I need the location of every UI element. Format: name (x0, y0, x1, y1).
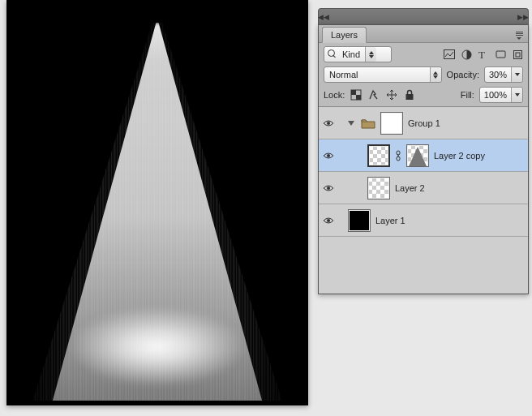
layer-name[interactable]: Group 1 (408, 118, 440, 128)
canvas-content (11, 5, 303, 401)
opacity-value: 30% (485, 70, 511, 79)
svg-rect-8 (356, 95, 361, 100)
visibility-toggle[interactable] (322, 182, 335, 195)
svg-rect-5 (516, 53, 520, 57)
layer-row-selected[interactable]: Layer 2 copy (319, 139, 528, 172)
layer-thumbnail[interactable] (367, 177, 390, 199)
dropdown-arrows-icon (365, 47, 376, 62)
blend-mode-dropdown[interactable]: Normal (324, 66, 442, 83)
svg-point-16 (327, 219, 330, 222)
lock-image-icon[interactable] (367, 88, 380, 101)
dropdown-arrow-icon (511, 67, 522, 82)
layer-row[interactable]: Layer 1 (319, 204, 528, 237)
panel-collapse-right-icon[interactable]: ▶▶ (518, 9, 528, 24)
svg-point-10 (327, 122, 330, 125)
lock-fill-row: Lock: Fill: 100% (324, 87, 523, 103)
layer-thumbnail[interactable] (406, 144, 429, 167)
tab-label: Layers (331, 30, 358, 40)
layer-row[interactable]: Layer 2 (319, 172, 528, 204)
lock-transparency-icon[interactable] (350, 88, 363, 101)
blend-mode-value: Normal (324, 70, 430, 79)
fill-field[interactable]: 100% (479, 87, 523, 103)
svg-rect-3 (496, 51, 505, 58)
filter-adjustment-icon[interactable] (461, 49, 472, 60)
svg-point-15 (327, 187, 330, 190)
filter-kind-label: Kind (337, 49, 365, 59)
lock-all-icon[interactable] (403, 88, 416, 101)
filter-shape-icon[interactable] (495, 49, 506, 60)
opacity-field[interactable]: 30% (484, 66, 523, 83)
visibility-toggle[interactable] (322, 117, 335, 130)
panel-tabs: Layers (319, 25, 528, 43)
fill-label: Fill: (461, 90, 474, 100)
visibility-toggle[interactable] (322, 214, 335, 227)
group-mask-thumbnail[interactable] (380, 112, 403, 135)
tab-layers[interactable]: Layers (322, 27, 367, 43)
svg-rect-4 (513, 50, 521, 58)
svg-rect-9 (406, 94, 414, 100)
layer-name[interactable]: Layer 2 copy (434, 151, 485, 161)
disclosure-triangle-icon[interactable] (348, 121, 354, 126)
layer-filter-row: Kind T (324, 46, 523, 62)
filter-type-icon[interactable]: T (478, 49, 489, 60)
lock-position-icon[interactable] (385, 88, 398, 101)
blend-opacity-row: Normal Opacity: 30% (324, 66, 523, 83)
layer-name[interactable]: Layer 2 (395, 183, 425, 193)
fill-value: 100% (480, 90, 511, 100)
layer-thumbnail[interactable] (348, 209, 371, 232)
layer-name[interactable]: Layer 1 (375, 216, 405, 225)
document-canvas[interactable] (6, 0, 308, 405)
lock-label: Lock: (324, 90, 345, 100)
panel-collapse-left-icon[interactable]: ◀◀ (319, 9, 328, 24)
layer-row-group[interactable]: Group 1 (319, 107, 528, 139)
svg-rect-0 (444, 50, 455, 59)
dropdown-arrow-icon (511, 88, 522, 102)
layer-mask-thumbnail[interactable] (367, 144, 390, 167)
panel-body: Kind T (319, 43, 528, 294)
dropdown-arrows-icon (430, 67, 441, 82)
svg-rect-7 (351, 90, 356, 95)
folder-icon (361, 118, 375, 129)
search-icon (328, 49, 337, 59)
filter-kind-dropdown[interactable]: Kind (324, 46, 392, 62)
panel-menu-icon[interactable] (513, 29, 525, 42)
filter-pixel-icon[interactable] (444, 49, 455, 60)
panel-dock-bar: ◀◀ ▶▶ (318, 8, 529, 24)
layers-list: Group 1 Layer 2 copy (319, 107, 528, 294)
svg-point-11 (327, 154, 330, 157)
mask-link-icon[interactable] (395, 150, 401, 161)
layers-panel: Layers Kind T (318, 24, 529, 294)
filter-smartobject-icon[interactable] (512, 49, 523, 60)
visibility-toggle[interactable] (322, 149, 335, 162)
opacity-label: Opacity: (447, 70, 479, 79)
light-rays-graphic (32, 23, 283, 401)
svg-text:T: T (478, 49, 485, 59)
